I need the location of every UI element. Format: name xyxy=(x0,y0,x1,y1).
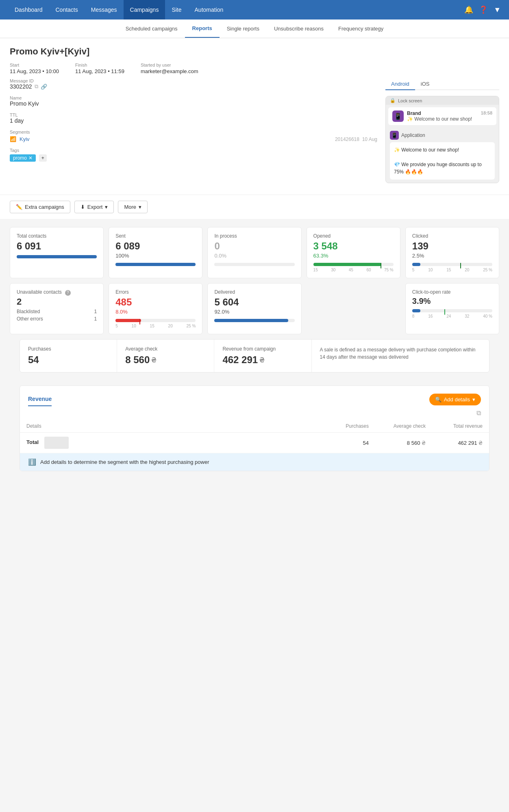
row-avg-check: 8 560 ₴ xyxy=(375,433,432,453)
viber-icon: 📱 xyxy=(392,110,404,122)
nav-automation[interactable]: Automation xyxy=(188,0,230,19)
clicked-card: Clicked 139 2.5% 510152025 % xyxy=(405,227,499,278)
tag-remove-icon[interactable]: ✕ xyxy=(28,155,33,161)
extra-campaigns-button[interactable]: ✏️ Extra campaigns xyxy=(10,201,70,213)
col-avg-header: Average check xyxy=(375,420,432,433)
row-purchases: 54 xyxy=(326,433,375,453)
table-copy-icon[interactable]: ⧉ xyxy=(476,409,481,417)
unavail-header: Unavailable contacts ? xyxy=(17,289,97,297)
add-details-chevron: ▾ xyxy=(472,396,475,403)
cto-label: Click-to-open rate xyxy=(412,289,492,295)
help-icon[interactable]: ❓ xyxy=(479,5,488,14)
tags-container: promo ✕ + xyxy=(10,154,377,162)
info-icon: ℹ️ xyxy=(28,458,36,466)
avg-currency: ₴ xyxy=(151,356,156,364)
link-icon[interactable]: 🔗 xyxy=(41,84,47,90)
cto-value: 3.9% xyxy=(412,297,492,306)
export-button[interactable]: ⬇ Export ▾ xyxy=(74,201,114,213)
cto-bar-marker xyxy=(412,309,492,312)
sent-value: 6 089 xyxy=(115,240,196,252)
tick-marker-opened xyxy=(381,263,381,269)
bar-fill-clicked xyxy=(412,263,420,266)
app-icon2: 📱 xyxy=(390,131,399,140)
nav-campaigns[interactable]: Campaigns xyxy=(124,0,165,19)
col-details-header: Details xyxy=(20,420,326,433)
subnav-single-reports[interactable]: Single reports xyxy=(220,20,267,37)
nav-dashboard[interactable]: Dashboard xyxy=(8,0,49,19)
revenue-tabs: Revenue xyxy=(28,392,60,406)
revenue-tab[interactable]: Revenue xyxy=(28,392,52,406)
empty-cell xyxy=(307,283,400,334)
campaign-preview: Android iOS 🔒 Lock screen 📱 Brand 18:58 … xyxy=(385,78,499,186)
notification-header: Brand 18:58 xyxy=(407,110,492,116)
subnav-reports[interactable]: Reports xyxy=(185,19,220,38)
in-process-card: In process 0 0.0% xyxy=(207,227,301,278)
app-label: Application xyxy=(401,132,425,138)
delivered-value: 5 604 xyxy=(214,297,294,308)
add-details-button[interactable]: 🔍 Add details ▾ xyxy=(429,394,481,405)
name-value: Promo Kyiv xyxy=(10,100,377,107)
revenue-cell: Revenue from campaign 462 291 ₴ xyxy=(214,340,311,372)
finish-value: 11 Aug, 2023 • 11:59 xyxy=(75,68,124,74)
bar-track-sent xyxy=(115,263,196,266)
subnav-unsubscribe[interactable]: Unsubscribe reasons xyxy=(267,20,331,37)
delivered-label: Delivered xyxy=(214,289,294,295)
subnav-scheduled[interactable]: Scheduled campaigns xyxy=(118,20,185,37)
toolbar: ✏️ Extra campaigns ⬇ Export ▾ More ▾ xyxy=(0,195,509,219)
bar-track-errors xyxy=(115,319,196,322)
tags-row: Tags promo ✕ + xyxy=(10,148,377,162)
revenue-currency: ₴ xyxy=(259,356,264,364)
tab-ios[interactable]: iOS xyxy=(415,78,435,89)
lock-icon: 🔒 xyxy=(390,98,396,103)
tick-marker-clicked xyxy=(460,263,461,269)
app-body-line1: ✨ Welcome to our new shop! xyxy=(394,146,491,154)
cto-card: Click-to-open rate 3.9% 816243240 % xyxy=(405,283,499,334)
segment-wifi-icon: 📶 xyxy=(10,136,16,142)
revenue-table: Details Purchases Average check Total re… xyxy=(20,420,489,453)
lock-screen-label: Lock screen xyxy=(398,98,422,103)
revenue-value: 462 291 ₴ xyxy=(222,354,303,366)
nav-contacts[interactable]: Contacts xyxy=(49,0,85,19)
unavailable-help-icon[interactable]: ? xyxy=(65,290,71,296)
bar-track-process xyxy=(214,263,294,266)
meta-row: Start 11 Aug, 2023 • 10:00 Finish 11 Aug… xyxy=(10,63,499,74)
in-process-value: 0 xyxy=(214,240,294,252)
sale-definition-cell: A sale is defined as a message delivery … xyxy=(312,340,489,372)
bar-fill xyxy=(17,255,97,258)
dropdown-icon[interactable]: ▼ xyxy=(494,6,501,14)
nav-messages[interactable]: Messages xyxy=(85,0,124,19)
stats-section: Total contacts 6 091 Sent 6 089 100% In … xyxy=(0,219,509,385)
tag-value: promo xyxy=(13,155,27,161)
subnav-frequency[interactable]: Frequency strategy xyxy=(331,20,391,37)
in-process-pct: 0.0% xyxy=(214,253,294,259)
table-row: Total 54 8 560 ₴ 462 291 ₴ xyxy=(20,433,489,453)
avg-check-label: Average check xyxy=(125,346,206,352)
sub-nav: Scheduled campaigns Reports Single repor… xyxy=(0,19,509,38)
opened-value: 3 548 xyxy=(313,240,394,252)
bell-icon[interactable]: 🔔 xyxy=(464,5,473,14)
export-chevron-icon: ▾ xyxy=(105,204,108,210)
message-id-value-row: 3302202 ⧉ 🔗 xyxy=(10,83,377,90)
started-by-block: Started by user marketer@example.com xyxy=(141,63,198,74)
stats-grid-top: Total contacts 6 091 Sent 6 089 100% In … xyxy=(10,227,499,278)
sent-bar xyxy=(115,263,196,266)
bar-track-clicked xyxy=(412,263,492,266)
tab-android[interactable]: Android xyxy=(385,78,415,90)
total-contacts-bar xyxy=(17,255,97,258)
col-purchases-header: Purchases xyxy=(326,420,375,433)
nav-site[interactable]: Site xyxy=(165,0,188,19)
avg-check-value: 8 560 ₴ xyxy=(125,354,206,366)
copy-icon[interactable]: ⧉ xyxy=(35,83,38,90)
filter-icon: 🔍 xyxy=(435,396,442,403)
segment-name[interactable]: Kyiv xyxy=(20,136,30,142)
errors-value: 485 xyxy=(115,297,196,308)
opened-pct: 63.3% xyxy=(313,253,394,259)
errors-pct: 8.0% xyxy=(115,309,196,315)
avg-check-cell: Average check 8 560 ₴ xyxy=(117,340,214,372)
clicked-pct: 2.5% xyxy=(412,253,492,259)
opened-card: Opened 3 548 63.3% 1530456075 % xyxy=(307,227,400,278)
app-header: 📱 Application xyxy=(390,131,495,140)
delivered-bar xyxy=(214,319,294,322)
more-button[interactable]: More ▾ xyxy=(118,201,148,213)
add-tag-button[interactable]: + xyxy=(39,154,47,162)
